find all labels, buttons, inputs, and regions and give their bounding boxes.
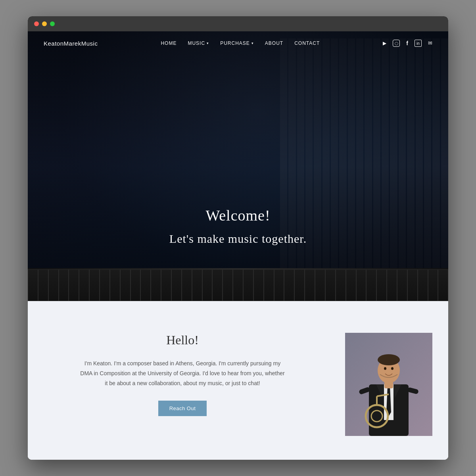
navbar: KeatonMarekMusic HOME MUSIC ▾ PURCHASE ▾… — [28, 31, 448, 55]
about-description: I'm Keaton. I'm a composer based in Athe… — [79, 359, 286, 389]
nav-links: HOME MUSIC ▾ PURCHASE ▾ ABOUT CONTACT — [161, 40, 320, 46]
browser-titlebar — [28, 16, 448, 31]
reach-out-button[interactable]: Reach Out — [158, 401, 207, 416]
nav-music[interactable]: MUSIC ▾ — [188, 40, 209, 46]
website: KeatonMarekMusic HOME MUSIC ▾ PURCHASE ▾… — [28, 31, 448, 460]
piano-keys — [28, 269, 448, 301]
svg-point-9 — [384, 367, 386, 370]
brand-logo[interactable]: KeatonMarekMusic — [44, 40, 98, 47]
hero-scene-overlay — [28, 31, 448, 301]
nav-purchase[interactable]: PURCHASE ▾ — [220, 40, 254, 46]
hero-section: KeatonMarekMusic HOME MUSIC ▾ PURCHASE ▾… — [28, 31, 448, 301]
close-button[interactable] — [34, 21, 39, 26]
hero-text: Welcome! Let's make music together. — [28, 207, 448, 246]
nav-home[interactable]: HOME — [161, 40, 177, 46]
about-text-block: Hello! I'm Keaton. I'm a composer based … — [44, 333, 329, 416]
minimize-button[interactable] — [42, 21, 47, 26]
about-section: Hello! I'm Keaton. I'm a composer based … — [28, 301, 448, 460]
browser-window: KeatonMarekMusic HOME MUSIC ▾ PURCHASE ▾… — [28, 16, 448, 460]
person-illustration — [345, 333, 432, 436]
email-icon[interactable]: ✉ — [428, 40, 432, 46]
about-photo — [345, 333, 432, 436]
nav-about[interactable]: ABOUT — [265, 40, 283, 46]
svg-point-8 — [378, 354, 400, 365]
nav-contact[interactable]: CONTACT — [294, 40, 320, 46]
hero-welcome: Welcome! — [28, 207, 448, 224]
svg-point-10 — [391, 367, 393, 370]
social-links: ▶ ◯ f in ✉ — [383, 40, 432, 47]
hero-tagline: Let's make music together. — [28, 232, 448, 246]
chevron-down-icon-2: ▾ — [251, 41, 254, 45]
linkedin-icon[interactable]: in — [415, 40, 422, 47]
about-title: Hello! — [44, 333, 321, 347]
hero-background — [28, 31, 448, 301]
maximize-button[interactable] — [50, 21, 55, 26]
facebook-icon[interactable]: f — [406, 40, 408, 46]
youtube-icon[interactable]: ▶ — [383, 40, 386, 46]
instagram-icon[interactable]: ◯ — [393, 40, 400, 47]
chevron-down-icon: ▾ — [207, 41, 209, 45]
